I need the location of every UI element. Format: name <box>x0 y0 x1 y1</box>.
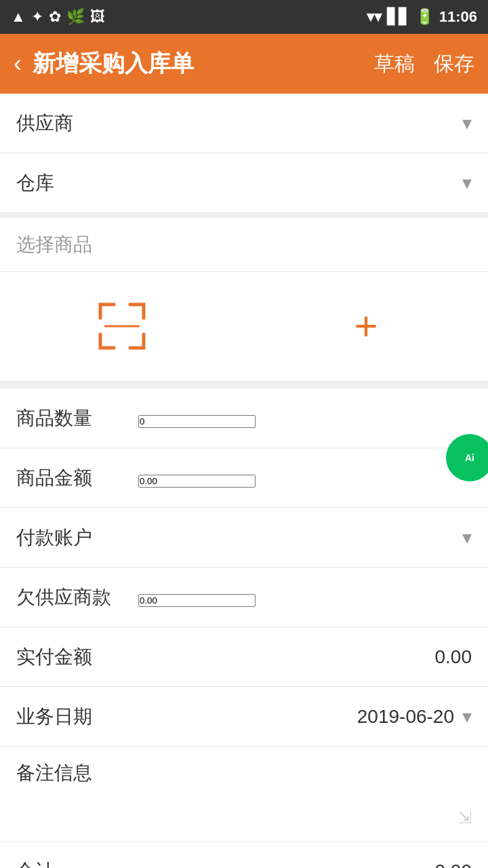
business-date-value: 2019-06-20 <box>138 706 454 728</box>
status-bar-left: ▲ ✦ ✿ 🌿 🖼 <box>11 8 105 26</box>
warehouse-label: 仓库 <box>16 170 138 196</box>
status-bar-right: ▾▾ ▋▋ 🔋 11:06 <box>367 8 477 26</box>
quantity-row: 商品数量 <box>0 389 488 448</box>
draft-button[interactable]: 草稿 <box>374 50 415 78</box>
app-icon-1: ✦ <box>31 8 43 26</box>
wechat-label: Ai <box>465 452 474 463</box>
amount-input[interactable] <box>138 475 256 488</box>
supplier-chevron-icon: ▾ <box>462 112 472 134</box>
owed-amount-input[interactable] <box>138 594 256 607</box>
quantity-input[interactable] <box>138 415 256 428</box>
owed-amount-row: 欠供应商款 <box>0 568 488 627</box>
scan-button[interactable] <box>95 299 149 353</box>
add-product-button[interactable]: + <box>339 299 393 353</box>
wechat-button[interactable]: Ai <box>446 434 488 481</box>
business-date-label: 业务日期 <box>16 704 138 730</box>
form-container: 供应商 ▾ 仓库 ▾ <box>0 94 488 213</box>
business-date-chevron-icon: ▾ <box>462 705 472 728</box>
actual-payment-row: 实付金额 0.00 <box>0 627 488 687</box>
scan-icon <box>95 299 149 353</box>
select-product-section: 选择商品 + <box>0 213 488 386</box>
app-icon-4: 🖼 <box>90 8 105 26</box>
time-display: 11:06 <box>439 8 477 26</box>
notes-label: 备注信息 <box>16 760 138 786</box>
save-button[interactable]: 保存 <box>434 50 474 78</box>
select-product-actions: + <box>0 272 488 380</box>
supplier-label: 供应商 <box>16 111 138 136</box>
payment-account-chevron-icon: ▾ <box>462 526 472 549</box>
resize-icon: ⇲ <box>458 808 472 827</box>
amount-row: 商品金额 <box>0 448 488 508</box>
amount-input-wrapper <box>138 467 472 489</box>
add-icon: + <box>339 299 393 353</box>
app-icon-2: ✿ <box>49 8 61 26</box>
page-title: 新增采购入库单 <box>33 48 374 79</box>
business-date-row[interactable]: 业务日期 2019-06-20 ▾ <box>0 687 488 747</box>
wifi-icon: ▾▾ <box>367 8 382 26</box>
back-button[interactable]: ‹ <box>14 50 22 78</box>
quantity-label: 商品数量 <box>16 406 138 431</box>
owed-amount-label: 欠供应商款 <box>16 585 138 610</box>
owed-amount-input-wrapper <box>138 587 472 608</box>
actual-payment-label: 实付金额 <box>16 644 138 670</box>
supplier-row[interactable]: 供应商 ▾ <box>0 94 488 153</box>
payment-account-row[interactable]: 付款账户 ▾ <box>0 508 488 568</box>
quantity-input-wrapper <box>138 408 472 429</box>
total-value: 0.00 <box>138 861 472 869</box>
actual-payment-value: 0.00 <box>138 646 472 668</box>
total-label: 合计 <box>16 859 138 869</box>
battery-icon: 🔋 <box>415 8 434 26</box>
signal-icon: ▲ <box>11 8 26 26</box>
notes-textarea[interactable] <box>138 760 458 827</box>
select-product-header: 选择商品 <box>0 218 488 272</box>
warehouse-row[interactable]: 仓库 ▾ <box>0 153 488 213</box>
amount-label: 商品金额 <box>16 465 138 491</box>
status-bar: ▲ ✦ ✿ 🌿 🖼 ▾▾ ▋▋ 🔋 11:06 <box>0 0 488 34</box>
total-row: 合计 0.00 <box>0 842 488 868</box>
fields-section: 商品数量 商品金额 付款账户 ▾ 欠供应商款 实付金额 0.00 业务日期 20… <box>0 386 488 868</box>
payment-account-label: 付款账户 <box>16 525 138 551</box>
signal-bars-icon: ▋▋ <box>387 8 410 26</box>
warehouse-chevron-icon: ▾ <box>462 172 472 194</box>
app-icon-3: 🌿 <box>66 8 85 26</box>
page-header: ‹ 新增采购入库单 草稿 保存 <box>0 34 488 94</box>
notes-row: 备注信息 ⇲ <box>0 747 488 842</box>
